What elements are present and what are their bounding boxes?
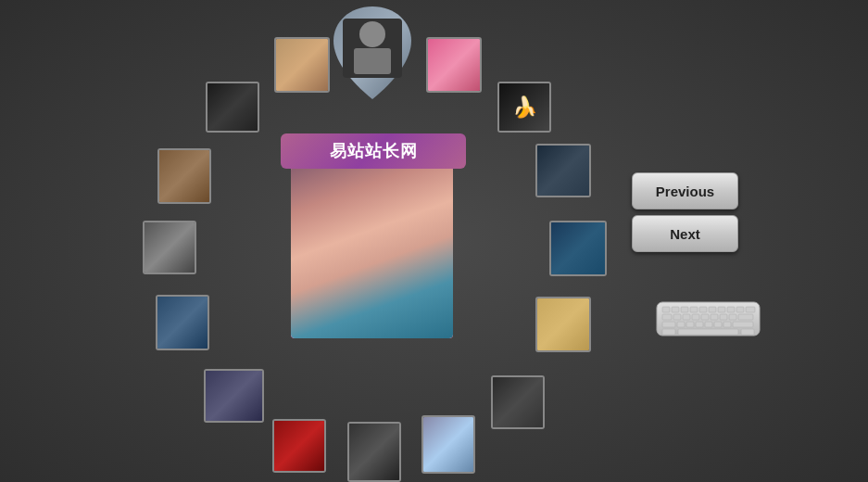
thumb-mid-left2[interactable] bbox=[157, 148, 211, 204]
svg-rect-32 bbox=[678, 329, 738, 335]
svg-rect-20 bbox=[720, 314, 727, 320]
thumb-mid-left4[interactable] bbox=[156, 295, 209, 350]
svg-rect-23 bbox=[662, 322, 675, 327]
svg-rect-24 bbox=[677, 322, 685, 327]
svg-rect-25 bbox=[686, 322, 694, 327]
thumb-mid-right3[interactable] bbox=[549, 221, 607, 276]
svg-rect-5 bbox=[672, 307, 679, 312]
svg-rect-18 bbox=[701, 314, 709, 320]
center-main-image[interactable] bbox=[291, 167, 453, 338]
svg-rect-33 bbox=[741, 329, 754, 335]
svg-rect-27 bbox=[705, 322, 712, 327]
thumb-mid-left1[interactable] bbox=[206, 82, 259, 133]
thumb-top-right[interactable] bbox=[426, 37, 482, 93]
thumb-mid-right1[interactable]: 🍌 bbox=[497, 82, 551, 133]
svg-rect-26 bbox=[696, 322, 703, 327]
svg-rect-8 bbox=[699, 307, 707, 312]
svg-rect-19 bbox=[711, 314, 718, 320]
thumb-top-left[interactable] bbox=[274, 37, 330, 93]
main-scene: 🍌 bbox=[0, 0, 868, 482]
center-label-text: 易站站长网 bbox=[330, 140, 418, 162]
svg-rect-10 bbox=[718, 307, 725, 312]
thumb-bot-center-right[interactable] bbox=[421, 415, 475, 474]
previous-button[interactable]: Previous bbox=[632, 172, 738, 209]
svg-rect-30 bbox=[733, 322, 753, 327]
svg-point-1 bbox=[359, 21, 385, 47]
svg-rect-13 bbox=[746, 307, 755, 312]
svg-rect-11 bbox=[727, 307, 735, 312]
next-button[interactable]: Next bbox=[632, 215, 738, 252]
svg-rect-28 bbox=[714, 322, 722, 327]
svg-rect-31 bbox=[662, 329, 675, 335]
center-label-banner: 易站站长网 bbox=[281, 133, 466, 169]
svg-rect-2 bbox=[354, 48, 391, 74]
thumb-bot-center-mid[interactable] bbox=[347, 422, 401, 482]
svg-rect-4 bbox=[662, 307, 670, 312]
svg-rect-14 bbox=[662, 314, 672, 320]
svg-rect-15 bbox=[673, 314, 681, 320]
thumb-mid-right2[interactable] bbox=[535, 144, 591, 197]
svg-rect-21 bbox=[729, 314, 736, 320]
thumb-bot-right1[interactable] bbox=[491, 375, 545, 429]
svg-rect-29 bbox=[723, 322, 731, 327]
previous-label: Previous bbox=[656, 184, 714, 199]
svg-rect-12 bbox=[736, 307, 744, 312]
svg-rect-7 bbox=[690, 307, 698, 312]
svg-rect-9 bbox=[709, 307, 716, 312]
thumb-bot-center-left[interactable] bbox=[272, 419, 326, 473]
thumb-mid-left3[interactable] bbox=[143, 221, 196, 274]
next-label: Next bbox=[670, 226, 700, 242]
thumb-mid-right4[interactable] bbox=[535, 297, 591, 352]
svg-rect-6 bbox=[681, 307, 688, 312]
svg-rect-22 bbox=[738, 314, 753, 320]
svg-rect-16 bbox=[683, 314, 690, 320]
thumb-bot-left1[interactable] bbox=[204, 369, 264, 423]
guitar-pick-icon bbox=[326, 2, 419, 104]
keyboard-icon bbox=[655, 295, 761, 341]
svg-rect-17 bbox=[692, 314, 699, 320]
